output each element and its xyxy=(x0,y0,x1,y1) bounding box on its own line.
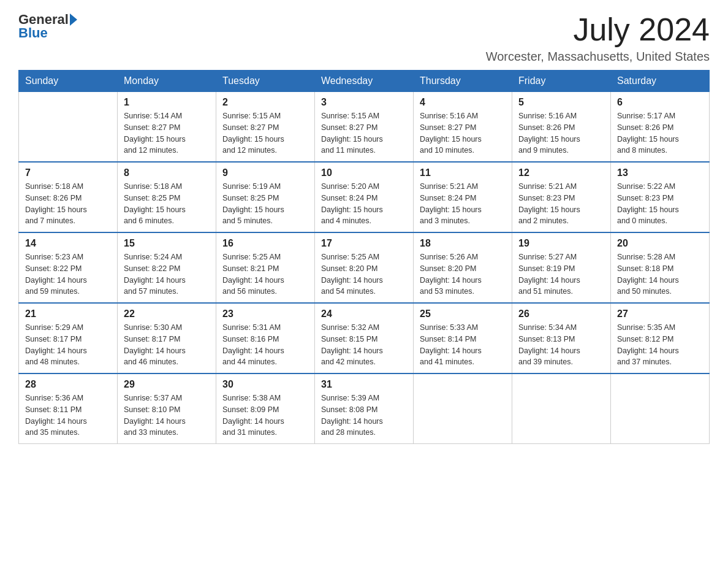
calendar-cell: 1Sunrise: 5:14 AMSunset: 8:27 PMDaylight… xyxy=(118,92,216,163)
day-info: Sunrise: 5:16 AMSunset: 8:26 PMDaylight:… xyxy=(518,110,604,156)
day-number: 26 xyxy=(518,308,604,320)
day-of-week-header: Wednesday xyxy=(315,71,414,92)
day-of-week-header: Tuesday xyxy=(216,71,315,92)
day-info: Sunrise: 5:29 AMSunset: 8:17 PMDaylight:… xyxy=(25,322,111,368)
calendar-cell: 26Sunrise: 5:34 AMSunset: 8:13 PMDayligh… xyxy=(512,303,611,373)
calendar-cell: 28Sunrise: 5:36 AMSunset: 8:11 PMDayligh… xyxy=(19,373,118,444)
day-info: Sunrise: 5:15 AMSunset: 8:27 PMDaylight:… xyxy=(222,110,308,156)
calendar-cell: 20Sunrise: 5:28 AMSunset: 8:18 PMDayligh… xyxy=(611,232,710,303)
day-info: Sunrise: 5:16 AMSunset: 8:27 PMDaylight:… xyxy=(420,110,506,156)
day-number: 30 xyxy=(222,379,308,390)
day-number: 31 xyxy=(321,379,407,390)
day-info: Sunrise: 5:19 AMSunset: 8:25 PMDaylight:… xyxy=(222,181,308,227)
day-of-week-header: Friday xyxy=(512,71,611,92)
calendar-cell: 2Sunrise: 5:15 AMSunset: 8:27 PMDaylight… xyxy=(216,92,315,163)
day-info: Sunrise: 5:25 AMSunset: 8:20 PMDaylight:… xyxy=(321,251,407,297)
calendar-cell: 8Sunrise: 5:18 AMSunset: 8:25 PMDaylight… xyxy=(118,162,216,232)
day-info: Sunrise: 5:31 AMSunset: 8:16 PMDaylight:… xyxy=(222,322,308,368)
day-number: 12 xyxy=(518,167,604,178)
calendar-cell: 10Sunrise: 5:20 AMSunset: 8:24 PMDayligh… xyxy=(315,162,414,232)
day-number: 18 xyxy=(420,238,506,249)
day-info: Sunrise: 5:20 AMSunset: 8:24 PMDaylight:… xyxy=(321,181,407,227)
calendar-cell: 27Sunrise: 5:35 AMSunset: 8:12 PMDayligh… xyxy=(611,303,710,373)
calendar-cell: 6Sunrise: 5:17 AMSunset: 8:26 PMDaylight… xyxy=(611,92,710,163)
calendar-cell: 24Sunrise: 5:32 AMSunset: 8:15 PMDayligh… xyxy=(315,303,414,373)
day-number: 8 xyxy=(124,167,210,178)
day-number: 19 xyxy=(518,238,604,249)
location: Worcester, Massachusetts, United States xyxy=(486,50,710,64)
day-number: 3 xyxy=(321,97,407,108)
day-info: Sunrise: 5:37 AMSunset: 8:10 PMDaylight:… xyxy=(124,393,210,439)
day-number: 22 xyxy=(124,308,210,320)
calendar-week-row: 7Sunrise: 5:18 AMSunset: 8:26 PMDaylight… xyxy=(19,162,710,232)
logo-arrow-icon xyxy=(70,13,77,26)
day-info: Sunrise: 5:38 AMSunset: 8:09 PMDaylight:… xyxy=(222,393,308,439)
calendar-cell: 31Sunrise: 5:39 AMSunset: 8:08 PMDayligh… xyxy=(315,373,414,444)
logo-text-blue: Blue xyxy=(18,26,48,40)
calendar-header: SundayMondayTuesdayWednesdayThursdayFrid… xyxy=(19,71,710,92)
page-header: General Blue July 2024 Worcester, Massac… xyxy=(18,12,710,64)
calendar-cell: 18Sunrise: 5:26 AMSunset: 8:20 PMDayligh… xyxy=(414,232,512,303)
day-number: 16 xyxy=(222,238,308,249)
month-title: July 2024 xyxy=(486,12,710,47)
calendar-cell: 25Sunrise: 5:33 AMSunset: 8:14 PMDayligh… xyxy=(414,303,512,373)
calendar-cell xyxy=(414,373,512,444)
day-of-week-header: Monday xyxy=(118,71,216,92)
day-number: 5 xyxy=(518,97,604,108)
day-info: Sunrise: 5:18 AMSunset: 8:26 PMDaylight:… xyxy=(25,181,111,227)
calendar-cell: 22Sunrise: 5:30 AMSunset: 8:17 PMDayligh… xyxy=(118,303,216,373)
calendar-cell: 13Sunrise: 5:22 AMSunset: 8:23 PMDayligh… xyxy=(611,162,710,232)
day-of-week-header: Sunday xyxy=(19,71,118,92)
day-info: Sunrise: 5:26 AMSunset: 8:20 PMDaylight:… xyxy=(420,251,506,297)
logo: General Blue xyxy=(18,12,77,40)
calendar-cell: 4Sunrise: 5:16 AMSunset: 8:27 PMDaylight… xyxy=(414,92,512,163)
day-number: 25 xyxy=(420,308,506,320)
calendar-table: SundayMondayTuesdayWednesdayThursdayFrid… xyxy=(18,70,710,444)
day-number: 27 xyxy=(617,308,703,320)
day-info: Sunrise: 5:15 AMSunset: 8:27 PMDaylight:… xyxy=(321,110,407,156)
day-number: 23 xyxy=(222,308,308,320)
day-number: 29 xyxy=(124,379,210,390)
calendar-week-row: 14Sunrise: 5:23 AMSunset: 8:22 PMDayligh… xyxy=(19,232,710,303)
day-number: 1 xyxy=(124,97,210,108)
title-area: July 2024 Worcester, Massachusetts, Unit… xyxy=(486,12,710,64)
day-number: 28 xyxy=(25,379,111,390)
day-number: 24 xyxy=(321,308,407,320)
day-info: Sunrise: 5:34 AMSunset: 8:13 PMDaylight:… xyxy=(518,322,604,368)
day-info: Sunrise: 5:27 AMSunset: 8:19 PMDaylight:… xyxy=(518,251,604,297)
calendar-week-row: 1Sunrise: 5:14 AMSunset: 8:27 PMDaylight… xyxy=(19,92,710,163)
day-number: 15 xyxy=(124,238,210,249)
calendar-week-row: 21Sunrise: 5:29 AMSunset: 8:17 PMDayligh… xyxy=(19,303,710,373)
day-info: Sunrise: 5:32 AMSunset: 8:15 PMDaylight:… xyxy=(321,322,407,368)
calendar-cell: 23Sunrise: 5:31 AMSunset: 8:16 PMDayligh… xyxy=(216,303,315,373)
calendar-week-row: 28Sunrise: 5:36 AMSunset: 8:11 PMDayligh… xyxy=(19,373,710,444)
day-info: Sunrise: 5:35 AMSunset: 8:12 PMDaylight:… xyxy=(617,322,703,368)
day-number: 10 xyxy=(321,167,407,178)
day-info: Sunrise: 5:24 AMSunset: 8:22 PMDaylight:… xyxy=(124,251,210,297)
calendar-cell: 16Sunrise: 5:25 AMSunset: 8:21 PMDayligh… xyxy=(216,232,315,303)
day-number: 13 xyxy=(617,167,703,178)
day-number: 21 xyxy=(25,308,111,320)
calendar-cell: 19Sunrise: 5:27 AMSunset: 8:19 PMDayligh… xyxy=(512,232,611,303)
day-info: Sunrise: 5:39 AMSunset: 8:08 PMDaylight:… xyxy=(321,393,407,439)
day-info: Sunrise: 5:36 AMSunset: 8:11 PMDaylight:… xyxy=(25,393,111,439)
day-info: Sunrise: 5:14 AMSunset: 8:27 PMDaylight:… xyxy=(124,110,210,156)
day-info: Sunrise: 5:17 AMSunset: 8:26 PMDaylight:… xyxy=(617,110,703,156)
day-info: Sunrise: 5:25 AMSunset: 8:21 PMDaylight:… xyxy=(222,251,308,297)
day-number: 4 xyxy=(420,97,506,108)
day-number: 2 xyxy=(222,97,308,108)
calendar-cell: 30Sunrise: 5:38 AMSunset: 8:09 PMDayligh… xyxy=(216,373,315,444)
day-info: Sunrise: 5:23 AMSunset: 8:22 PMDaylight:… xyxy=(25,251,111,297)
calendar-cell: 21Sunrise: 5:29 AMSunset: 8:17 PMDayligh… xyxy=(19,303,118,373)
day-number: 6 xyxy=(617,97,703,108)
calendar-cell: 17Sunrise: 5:25 AMSunset: 8:20 PMDayligh… xyxy=(315,232,414,303)
calendar-cell xyxy=(611,373,710,444)
calendar-cell: 3Sunrise: 5:15 AMSunset: 8:27 PMDaylight… xyxy=(315,92,414,163)
day-info: Sunrise: 5:30 AMSunset: 8:17 PMDaylight:… xyxy=(124,322,210,368)
calendar-cell: 29Sunrise: 5:37 AMSunset: 8:10 PMDayligh… xyxy=(118,373,216,444)
day-number: 20 xyxy=(617,238,703,249)
day-info: Sunrise: 5:21 AMSunset: 8:24 PMDaylight:… xyxy=(420,181,506,227)
calendar-cell xyxy=(512,373,611,444)
day-number: 17 xyxy=(321,238,407,249)
day-info: Sunrise: 5:28 AMSunset: 8:18 PMDaylight:… xyxy=(617,251,703,297)
